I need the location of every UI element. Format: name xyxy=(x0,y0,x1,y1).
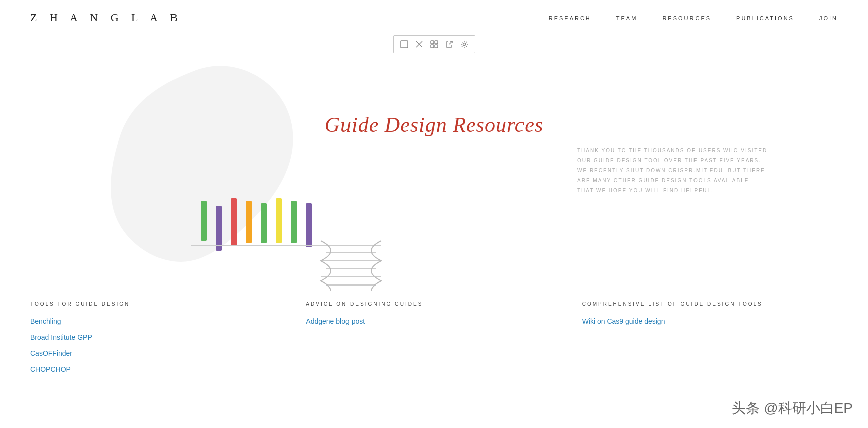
nav-link[interactable]: RESEARCH xyxy=(549,15,591,21)
nav-item: JOIN xyxy=(819,13,838,22)
nav-item: TEAM xyxy=(616,13,638,22)
hero-section: Guide Design Resources THANK YOU TO THE … xyxy=(0,35,868,291)
tools-column: TOOLS FOR GUIDE DESIGN Benchling Broad I… xyxy=(30,301,286,381)
navbar: Z H A N G L A B RESEARCHTEAMRESOURCESPUB… xyxy=(0,0,868,35)
advice-column: ADVICE ON DESIGNING GUIDES Addgene blog … xyxy=(306,301,562,381)
dna-illustration xyxy=(170,171,401,291)
svg-rect-13 xyxy=(261,203,267,243)
comprehensive-list: Wiki on Cas9 guide design xyxy=(582,317,838,326)
svg-rect-10 xyxy=(216,206,222,251)
close-icon[interactable] xyxy=(414,39,425,50)
hero-description: THANK YOU TO THE THOUSANDS OF USERS WHO … xyxy=(577,146,768,196)
list-item: Broad Institute GPP xyxy=(30,333,286,342)
svg-rect-4 xyxy=(435,41,438,44)
footer-section: TOOLS FOR GUIDE DESIGN Benchling Broad I… xyxy=(0,291,868,401)
list-item: Addgene blog post xyxy=(306,317,562,326)
advice-list: Addgene blog post xyxy=(306,317,562,326)
svg-rect-12 xyxy=(246,201,252,243)
svg-rect-0 xyxy=(401,41,408,48)
nav-item: PUBLICATIONS xyxy=(736,13,794,22)
nav-links: RESEARCHTEAMRESOURCESPUBLICATIONSJOIN xyxy=(549,13,838,22)
list-item: Benchling xyxy=(30,317,286,326)
nav-link[interactable]: JOIN xyxy=(819,15,838,21)
addgene-link[interactable]: Addgene blog post xyxy=(306,317,365,325)
broad-gpp-link[interactable]: Broad Institute GPP xyxy=(30,333,92,341)
comprehensive-heading: COMPREHENSIVE LIST OF GUIDE DESIGN TOOLS xyxy=(582,301,838,307)
svg-rect-14 xyxy=(276,198,282,243)
watermark: 头条 @科研小白EP xyxy=(732,399,853,418)
list-item: Wiki on Cas9 guide design xyxy=(582,317,838,326)
benchling-link[interactable]: Benchling xyxy=(30,317,61,325)
grid-icon[interactable] xyxy=(429,39,440,50)
advice-heading: ADVICE ON DESIGNING GUIDES xyxy=(306,301,562,307)
settings-icon[interactable] xyxy=(459,39,470,50)
svg-rect-3 xyxy=(431,41,434,44)
svg-line-7 xyxy=(449,41,452,44)
casoffinder-link[interactable]: CasOFFinder xyxy=(30,349,72,357)
fullscreen-icon[interactable] xyxy=(399,39,410,50)
nav-link[interactable]: PUBLICATIONS xyxy=(736,15,794,21)
list-item: CasOFFinder xyxy=(30,349,286,358)
tools-heading: TOOLS FOR GUIDE DESIGN xyxy=(30,301,286,307)
hero-title: Guide Design Resources xyxy=(325,113,544,137)
svg-rect-16 xyxy=(306,203,312,247)
svg-rect-15 xyxy=(291,201,297,243)
list-item: CHOPCHOP xyxy=(30,365,286,374)
export-icon[interactable] xyxy=(444,39,455,50)
nav-link[interactable]: TEAM xyxy=(616,15,638,21)
chopchop-link[interactable]: CHOPCHOP xyxy=(30,365,71,373)
svg-rect-5 xyxy=(431,45,434,48)
nav-item: RESEARCH xyxy=(549,13,591,22)
svg-point-8 xyxy=(463,43,465,46)
svg-rect-11 xyxy=(231,198,237,246)
nav-link[interactable]: RESOURCES xyxy=(662,15,711,21)
nav-item: RESOURCES xyxy=(662,13,711,22)
svg-rect-6 xyxy=(435,45,438,48)
wiki-link[interactable]: Wiki on Cas9 guide design xyxy=(582,317,665,325)
tools-list: Benchling Broad Institute GPP CasOFFinde… xyxy=(30,317,286,374)
toolbar xyxy=(393,35,475,53)
site-logo[interactable]: Z H A N G L A B xyxy=(30,11,183,24)
comprehensive-column: COMPREHENSIVE LIST OF GUIDE DESIGN TOOLS… xyxy=(582,301,838,381)
svg-rect-9 xyxy=(201,201,207,241)
